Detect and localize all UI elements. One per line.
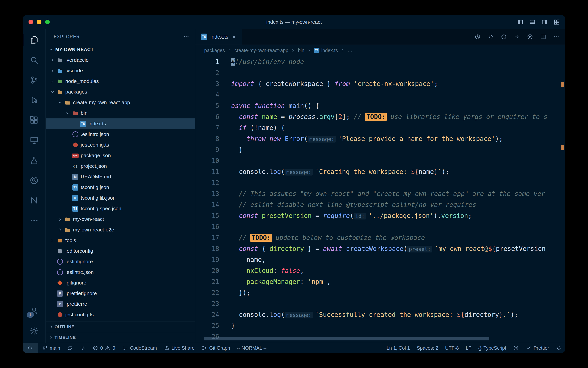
tree-item-readme-md[interactable]: MREADME.md	[46, 171, 195, 182]
codestream-label: CodeStream	[130, 345, 157, 351]
activity-more-views[interactable]	[23, 211, 45, 230]
activity-nx-console[interactable]	[23, 190, 45, 211]
local-history-icon[interactable]	[474, 34, 481, 40]
tree-item-packages[interactable]: packages	[46, 87, 195, 97]
tree-root-my-own-react[interactable]: MY-OWN-REACT	[46, 44, 195, 55]
todo-ruler-mark	[562, 82, 564, 87]
line-number: 13	[195, 188, 219, 199]
breadcrumb-index-ts[interactable]: TSindex.ts	[314, 48, 338, 53]
activity-testing[interactable]	[23, 150, 45, 170]
ts-icon: TS	[79, 121, 87, 127]
tree-item-tsconfig-spec-json[interactable]: TStsconfig.spec.json	[46, 203, 195, 214]
tree-item-bin[interactable]: bin	[46, 108, 195, 119]
horizontal-scrollbar[interactable]	[204, 337, 489, 340]
git-branch-status-item[interactable]: main	[39, 343, 64, 353]
activity-remote-explorer[interactable]	[23, 130, 45, 150]
vim-mode-status-item[interactable]: -- NORMAL --	[234, 343, 270, 353]
feedback-status-item[interactable]	[509, 343, 522, 353]
open-changes-icon[interactable]	[487, 34, 494, 40]
sync-changes-status-item[interactable]	[64, 343, 76, 353]
cursor-position-status-item[interactable]: Ln 1, Col 1	[383, 343, 413, 353]
git-graph-status-item[interactable]: Git Graph	[198, 343, 234, 353]
chevron-down-icon	[57, 100, 63, 105]
compare-changes-status-item[interactable]	[76, 343, 89, 353]
codestream-status-item[interactable]: CodeStream	[119, 343, 160, 353]
encoding-status-item[interactable]: UTF-8	[442, 343, 462, 353]
open-in-editor-icon[interactable]	[514, 34, 520, 40]
gear-icon	[29, 326, 39, 335]
tree-item-eslintrc-json[interactable]: .eslintrc.json	[46, 129, 195, 140]
code-text	[219, 298, 231, 309]
more-actions-icon[interactable]	[553, 34, 560, 40]
ts-file-icon: TS	[72, 184, 79, 191]
tree-item-create-my-own-react-app[interactable]: create-my-own-react-app	[46, 97, 195, 108]
tree-item-my-own-react[interactable]: my-own-react	[46, 214, 195, 224]
activity-explorer[interactable]	[23, 30, 45, 50]
problems-status-item[interactable]: 00	[89, 343, 119, 353]
activity-search[interactable]	[23, 50, 45, 70]
eol-status-item[interactable]: LF	[462, 343, 475, 353]
notifications-status-item[interactable]	[553, 343, 565, 353]
minimize-window-button[interactable]	[37, 20, 41, 24]
tree-item-tsconfig-json[interactable]: TStsconfig.json	[46, 182, 195, 193]
toggle-primary-side-bar-icon[interactable]	[517, 19, 523, 25]
timeline-section[interactable]: TIMELINE	[46, 332, 195, 343]
tree-item-verdaccio[interactable]: .verdaccio	[46, 55, 195, 65]
tree-item-prettierignore[interactable]: P.prettierignore	[46, 288, 195, 299]
toggle-panel-icon[interactable]	[529, 19, 535, 25]
tree-item-jest-config-ts[interactable]: jest.config.ts	[46, 309, 195, 320]
titlebar[interactable]: index.ts — my-own-react	[23, 15, 565, 29]
close-tab-icon[interactable]	[231, 34, 237, 39]
search-icon	[29, 55, 39, 64]
tree-item-tools[interactable]: tools	[46, 235, 195, 246]
tree-item-editorconfig[interactable]: .editorconfig	[46, 246, 195, 256]
toggle-secondary-side-bar-icon[interactable]	[541, 19, 548, 25]
tree-item-package-json[interactable]: npmpackage.json	[46, 150, 195, 161]
tree-item-index-ts[interactable]: TSindex.ts	[46, 119, 195, 129]
remote-indicator-status-item[interactable]	[23, 343, 38, 353]
codestream-activity-icon[interactable]	[500, 34, 507, 40]
ts-file-icon: TS	[72, 206, 79, 212]
tab-index-ts[interactable]: TS index.ts	[195, 29, 242, 45]
problems-label: 0	[113, 345, 115, 351]
activity-extensions[interactable]	[23, 110, 45, 130]
tree-item-eslintrc-json[interactable]: .eslintrc.json	[46, 267, 195, 277]
prettier-status-item[interactable]: Prettier	[522, 343, 553, 353]
line-number: 22	[195, 287, 219, 298]
tree-item-project-json[interactable]: {}project.json	[46, 161, 195, 171]
tree-item-jest-config-ts[interactable]: jest.config.ts	[46, 140, 195, 150]
activity-settings[interactable]	[23, 321, 45, 341]
code-line-9: 9 }	[195, 144, 565, 155]
activity-source-control[interactable]	[23, 70, 45, 90]
close-window-button[interactable]	[28, 20, 33, 24]
tree-item-vscode[interactable]: .vscode	[46, 65, 195, 76]
activity-run-and-debug[interactable]	[23, 90, 45, 110]
code-editor[interactable]: 1#!/usr/bin/env node23import { createWor…	[195, 56, 565, 343]
activity-accounts[interactable]: 1	[23, 301, 45, 321]
tree-item-prettierrc[interactable]: P.prettierrc	[46, 299, 195, 309]
tree-item-my-own-react-e2e[interactable]: my-own-react-e2e	[46, 224, 195, 235]
breadcrumb-[interactable]: …	[348, 48, 352, 53]
tree-item-tsconfig-lib-json[interactable]: TStsconfig.lib.json	[46, 193, 195, 203]
tree-item-node-modules[interactable]: node_modules	[46, 76, 195, 87]
breadcrumb-packages[interactable]: packages	[204, 48, 225, 53]
explorer-more-actions-icon[interactable]	[183, 33, 189, 40]
line-number: 23	[195, 298, 219, 309]
breadcrumb-bin[interactable]: bin	[298, 48, 304, 53]
split-editor-icon[interactable]	[540, 34, 546, 40]
customize-layout-icon[interactable]	[553, 19, 560, 25]
indentation-status-item[interactable]: Spaces: 2	[413, 343, 442, 353]
eslint-icon	[71, 131, 79, 137]
live-share-status-item[interactable]: Live Share	[160, 343, 198, 353]
editor-group: TS index.ts packagescreate-my-own-react-…	[195, 29, 565, 343]
activity-gitlens[interactable]	[23, 170, 45, 190]
breadcrumb-create-my-own-react-app[interactable]: create-my-own-react-app	[235, 48, 288, 53]
run-file-icon[interactable]	[527, 34, 533, 40]
outline-section[interactable]: OUTLINE	[46, 322, 195, 332]
jest-file-icon	[73, 143, 78, 147]
language-mode-status-item[interactable]: {}TypeScript	[475, 343, 510, 353]
zoom-window-button[interactable]	[45, 20, 50, 24]
tree-item-eslintignore[interactable]: .eslintignore	[46, 256, 195, 267]
line-number: 16	[195, 221, 219, 232]
tree-item-gitignore[interactable]: .gitignore	[46, 277, 195, 288]
